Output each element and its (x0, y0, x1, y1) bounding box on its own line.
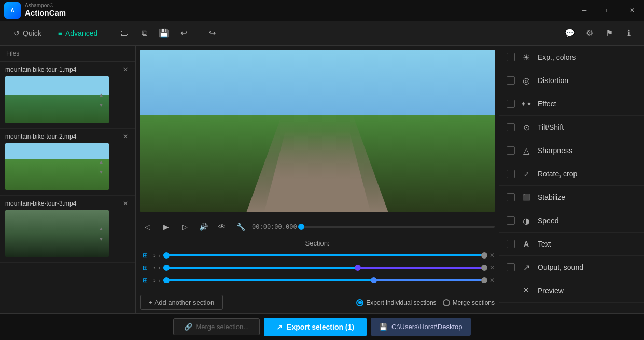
section-collapse-2[interactable]: ‹ (158, 265, 162, 271)
section-close-2[interactable]: ✕ (489, 264, 495, 271)
merge-selection-button[interactable]: 🔗 Merge selection... (173, 318, 260, 335)
file-down-1[interactable]: ▼ (96, 100, 106, 110)
minimize-button[interactable]: ─ (572, 0, 596, 21)
output-sound-checkbox[interactable] (507, 263, 515, 271)
next-frame-button[interactable]: ▷ (177, 220, 192, 234)
panel-stabilize[interactable]: ⬛ Stabilize (499, 186, 644, 209)
tiltshift-checkbox[interactable] (507, 123, 515, 131)
copy-button[interactable]: ⧉ (135, 24, 153, 42)
section-expand-2[interactable]: › (152, 265, 157, 271)
file-item-2[interactable]: mountain-bike-tour-2.mp4 ✕ ▲ ▼ (0, 129, 135, 196)
stabilize-checkbox[interactable] (507, 193, 515, 201)
sharpness-checkbox[interactable] (507, 146, 515, 155)
section-close-3[interactable]: ✕ (489, 277, 495, 284)
file-up-3[interactable]: ▲ (96, 224, 106, 233)
chat-button[interactable]: 💬 (561, 24, 579, 42)
panel-rotate-crop[interactable]: ⤢ Rotate, crop (499, 162, 644, 186)
video-container[interactable] (140, 50, 495, 212)
volume-button[interactable]: 🔊 (196, 220, 211, 234)
play-button[interactable]: ▶ (159, 220, 173, 234)
panel-effect[interactable]: ✦✦ Effect (499, 92, 644, 116)
file-close-1[interactable]: ✕ (121, 65, 130, 74)
section-slider-2-fill (358, 267, 487, 269)
eye-button[interactable]: 👁 (215, 220, 229, 234)
merge-sections-option[interactable]: Merge sections (443, 299, 495, 306)
progress-bar[interactable] (301, 226, 495, 228)
section-handle-right-1[interactable] (481, 252, 487, 259)
panel-output-sound[interactable]: ↗ Output, sound (499, 256, 644, 279)
file-item-2-header: mountain-bike-tour-2.mp4 ✕ (5, 132, 130, 141)
file-close-3[interactable]: ✕ (121, 199, 130, 208)
export-individual-radio[interactable] (356, 299, 363, 306)
file-down-3[interactable]: ▼ (96, 234, 106, 243)
section-collapse-3[interactable]: ‹ (158, 277, 162, 283)
file-name-2: mountain-bike-tour-2.mp4 (5, 133, 76, 140)
section-handle-left-3[interactable] (163, 277, 170, 283)
save-button[interactable]: 💾 (155, 24, 173, 42)
effect-icon: ✦✦ (520, 98, 533, 110)
main-area: Files mountain-bike-tour-1.mp4 ✕ ▲ ▼ mou… (0, 46, 644, 313)
effect-checkbox[interactable] (507, 100, 515, 108)
section-close-1[interactable]: ✕ (489, 252, 495, 259)
text-icon: A (520, 238, 533, 250)
text-checkbox[interactable] (507, 240, 515, 248)
file-up-2[interactable]: ▲ (96, 157, 106, 166)
panel-speed[interactable]: ◑ Speed (499, 209, 644, 233)
add-section-button[interactable]: + Add another section (140, 295, 223, 310)
section-collapse-1[interactable]: ‹ (158, 252, 162, 259)
rotate-crop-checkbox[interactable] (507, 170, 515, 178)
folder-button[interactable]: 🗁 (116, 24, 133, 42)
section-handle-right-2[interactable] (481, 265, 487, 271)
section-slider-2[interactable] (163, 267, 487, 269)
quick-mode-button[interactable]: ↺ Quick (6, 26, 49, 40)
progress-thumb[interactable] (298, 224, 304, 230)
section-handle-mid-3[interactable] (371, 277, 377, 283)
section-handle-mid-2[interactable] (355, 265, 361, 271)
panel-preview[interactable]: 👁 Preview (499, 279, 644, 303)
section-slider-3-fill (374, 279, 487, 281)
rotate-crop-label: Rotate, crop (538, 170, 577, 178)
section-slider-3[interactable] (163, 279, 487, 281)
section-expand-1[interactable]: › (152, 252, 157, 259)
distortion-label: Distortion (538, 76, 568, 85)
sidebar: Files mountain-bike-tour-1.mp4 ✕ ▲ ▼ mou… (0, 46, 136, 313)
toolbar-separator-2 (198, 27, 198, 39)
section-slider-1[interactable] (163, 254, 487, 256)
advanced-mode-button[interactable]: ≡ Advanced (51, 26, 105, 40)
effect-label: Effect (538, 100, 556, 108)
distortion-checkbox[interactable] (507, 76, 515, 85)
file-close-2[interactable]: ✕ (121, 132, 130, 141)
section-handle-left-2[interactable] (163, 265, 170, 271)
undo-button[interactable]: ↩ (175, 24, 192, 42)
file-arrows-2: ▲ ▼ (96, 157, 106, 176)
export-path-button[interactable]: 💾 C:\Users\Horst\Desktop (371, 318, 471, 336)
settings-button[interactable]: ⚙ (581, 24, 598, 42)
maximize-button[interactable]: □ (596, 0, 620, 21)
panel-sharpness[interactable]: △ Sharpness (499, 139, 644, 162)
section-expand-3[interactable]: › (152, 277, 157, 283)
export-selection-button[interactable]: ↗ Export selection (1) (264, 318, 367, 336)
stabilize-label: Stabilize (538, 193, 565, 201)
speed-checkbox[interactable] (507, 216, 515, 225)
merge-sections-radio[interactable] (443, 299, 450, 306)
panel-distortion[interactable]: ◎ Distortion (499, 69, 644, 92)
panel-exp-colors[interactable]: ☀ Exp., colors (499, 46, 644, 69)
file-item-3[interactable]: mountain-bike-tour-3.mp4 ✕ ▲ ▼ (0, 196, 135, 263)
export-icon: ↗ (276, 323, 283, 331)
file-item-3-header: mountain-bike-tour-3.mp4 ✕ (5, 199, 130, 208)
close-button[interactable]: ✕ (620, 0, 644, 21)
tool-button[interactable]: 🔧 (233, 220, 248, 234)
info-button[interactable]: ℹ (620, 24, 638, 42)
prev-frame-button[interactable]: ◁ (140, 220, 155, 234)
section-handle-left-1[interactable] (163, 252, 170, 259)
panel-text[interactable]: A Text (499, 233, 644, 256)
export-individual-option[interactable]: Export individual sections (356, 299, 436, 306)
redo-button[interactable]: ↪ (203, 24, 221, 42)
flag-button[interactable]: ⚑ (600, 24, 618, 42)
file-down-2[interactable]: ▼ (96, 167, 106, 176)
panel-tiltshift[interactable]: ⊙ Tilt/Shift (499, 116, 644, 139)
section-handle-right-3[interactable] (481, 277, 487, 283)
file-up-1[interactable]: ▲ (96, 90, 106, 99)
exp-colors-checkbox[interactable] (507, 53, 515, 61)
file-item-1[interactable]: mountain-bike-tour-1.mp4 ✕ ▲ ▼ (0, 62, 135, 129)
